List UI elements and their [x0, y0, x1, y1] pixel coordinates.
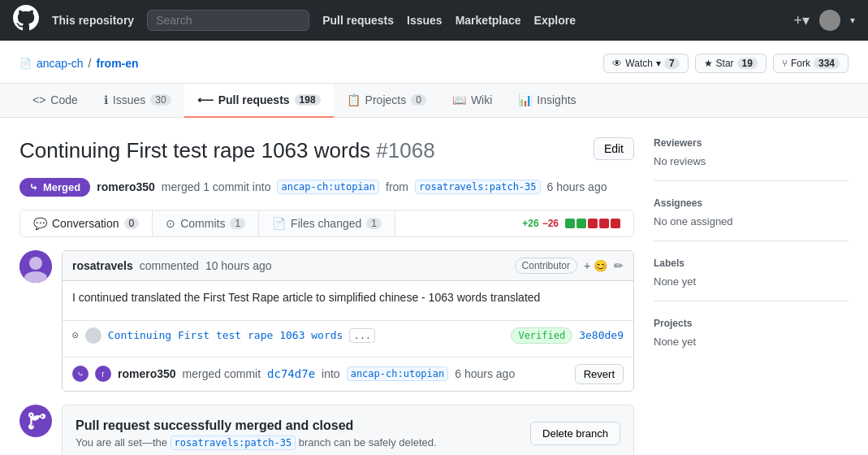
- merge-success: Pull request successfully merged and clo…: [19, 405, 634, 455]
- delete-branch-name[interactable]: rosatravels:patch-35: [171, 436, 296, 450]
- edit-button[interactable]: Edit: [594, 137, 634, 160]
- repo-name[interactable]: from-en: [96, 57, 138, 70]
- tab-pull-requests[interactable]: ⟵ Pull requests 198: [184, 84, 334, 118]
- nav-marketplace[interactable]: Marketplace: [456, 14, 521, 27]
- tab-projects[interactable]: 📋 Projects 0: [334, 84, 439, 118]
- star-button[interactable]: ★ Star 19: [695, 54, 767, 73]
- pr-tab-commits[interactable]: ⊙ Commits 1: [153, 210, 259, 236]
- diff-remove: −26: [542, 218, 559, 229]
- merged-branch[interactable]: ancap-ch:utopian: [347, 366, 449, 381]
- contributor-badge: Contributor: [515, 258, 577, 274]
- source-branch[interactable]: rosatravels:patch-35: [415, 180, 541, 194]
- content-left: Continuing First test rape 1063 words #1…: [19, 137, 634, 455]
- reviewers-label: Reviewers: [654, 137, 849, 149]
- comment-action: commented: [140, 259, 199, 272]
- pr-count: 198: [295, 94, 321, 106]
- diff-block-5: [611, 219, 620, 228]
- nav-issues[interactable]: Issues: [407, 14, 443, 27]
- github-logo[interactable]: [13, 5, 39, 36]
- comment-header-actions: + 😊 ✏: [584, 259, 624, 272]
- edit-comment-icon[interactable]: ✏: [614, 259, 624, 272]
- merged-author[interactable]: romero350: [118, 367, 176, 380]
- issues-icon: ℹ: [104, 93, 108, 106]
- tab-issues[interactable]: ℹ Issues 30: [91, 84, 184, 118]
- wiki-icon: 📖: [452, 93, 466, 106]
- tab-wiki-label: Wiki: [471, 93, 492, 106]
- diff-block-1: [565, 219, 575, 228]
- watch-chevron: ▾: [656, 58, 661, 69]
- comment-text: I continued translated the First Test Ra…: [72, 291, 624, 304]
- comment-box: rosatravels commented 10 hours ago Contr…: [62, 250, 634, 392]
- avatar[interactable]: [819, 10, 840, 31]
- pr-tab-conversation[interactable]: 💬 Conversation 0: [20, 210, 153, 236]
- tab-code[interactable]: <> Code: [19, 84, 91, 118]
- commit-msg[interactable]: Continuing First test rape 1063 words: [108, 329, 343, 341]
- merge-success-title: Pull request successfully merged and clo…: [76, 418, 437, 433]
- fork-button[interactable]: ⑂ Fork 334: [773, 54, 849, 73]
- pr-icon: ⟵: [197, 93, 214, 106]
- fork-label: Fork: [791, 58, 810, 69]
- breadcrumb: 📄 ancap-ch / from-en: [19, 57, 139, 80]
- merge-icon-small: ⤷: [29, 181, 38, 193]
- emoji-reaction-icon[interactable]: + 😊: [584, 259, 607, 272]
- labels-value: None yet: [654, 275, 849, 288]
- comment-header: rosatravels commented 10 hours ago Contr…: [63, 251, 633, 281]
- assignees-label: Assignees: [654, 197, 849, 209]
- verified-badge: Verified: [511, 327, 572, 344]
- tab-issues-label: Issues: [113, 93, 145, 106]
- pr-tab-files[interactable]: 📄 Files changed 1: [259, 210, 395, 236]
- projects-icon: 📋: [347, 93, 361, 106]
- comment-author[interactable]: rosatravels: [72, 259, 133, 272]
- tab-insights[interactable]: 📊 Insights: [505, 84, 589, 118]
- merge-success-icon: [19, 405, 52, 437]
- svg-point-1: [29, 257, 42, 270]
- merged-action: merged commit: [183, 367, 261, 380]
- pr-title: Continuing First test rape 1063 words #1…: [19, 137, 435, 165]
- diff-stats: +26 −26: [509, 211, 633, 236]
- pr-meta: ⤷ Merged romero350 merged 1 commit into …: [19, 178, 634, 197]
- fork-count: 334: [814, 58, 840, 69]
- merged-hash[interactable]: dc74d7e: [267, 367, 315, 380]
- new-item-button[interactable]: +▾: [793, 11, 810, 29]
- commit-expand-button[interactable]: ...: [349, 328, 375, 343]
- sidebar-assignees: Assignees No one assigned: [654, 197, 849, 241]
- files-icon: 📄: [272, 217, 286, 230]
- commits-label: Commits: [180, 217, 225, 230]
- comment-avatar: [19, 250, 52, 283]
- commits-icon: ⊙: [166, 217, 175, 230]
- tab-pr-label: Pull requests: [218, 93, 290, 106]
- fork-icon: ⑂: [782, 58, 788, 69]
- delete-branch-button[interactable]: Delete branch: [530, 422, 620, 445]
- watch-button[interactable]: 👁 Watch ▾ 7: [603, 54, 688, 73]
- diff-blocks: [565, 219, 620, 228]
- repo-slash: /: [89, 57, 92, 70]
- avatar-chevron[interactable]: ▾: [850, 15, 855, 26]
- nav-tabs: <> Code ℹ Issues 30 ⟵ Pull requests 198 …: [0, 84, 868, 118]
- projects-label: Projects: [654, 318, 849, 329]
- issues-count: 30: [150, 94, 171, 106]
- target-branch[interactable]: ancap-ch:utopian: [277, 180, 379, 194]
- commit-hash[interactable]: 3e80de9: [579, 329, 624, 341]
- merged-commit: ⤷ r romero350 merged commit dc74d7e into…: [63, 357, 633, 391]
- pr-tabs: 💬 Conversation 0 ⊙ Commits 1 📄 Files cha…: [19, 210, 634, 237]
- revert-button[interactable]: Revert: [575, 364, 624, 384]
- eye-icon: 👁: [612, 58, 622, 69]
- merge-success-text: Pull request successfully merged and clo…: [76, 418, 437, 448]
- diff-block-3: [588, 219, 598, 228]
- search-placeholder: Search: [156, 14, 192, 27]
- pr-author[interactable]: romero350: [97, 180, 155, 193]
- nav-pull-requests[interactable]: Pull requests: [322, 14, 394, 27]
- nav-explore[interactable]: Explore: [534, 14, 576, 27]
- search-input[interactable]: Search: [147, 10, 309, 31]
- repo-actions: 👁 Watch ▾ 7 ★ Star 19 ⑂ Fork 334: [603, 54, 849, 83]
- watch-count: 7: [664, 58, 680, 69]
- reviewers-value: No reviews: [654, 155, 849, 167]
- comment-body: I continued translated the First Test Ra…: [63, 281, 633, 314]
- assignees-value: No one assigned: [654, 215, 849, 228]
- tab-wiki[interactable]: 📖 Wiki: [439, 84, 505, 118]
- diff-block-4: [599, 219, 609, 228]
- repo-owner[interactable]: ancap-ch: [37, 57, 84, 70]
- star-count: 19: [737, 58, 758, 69]
- merge-timeline-icon: ⤷: [72, 366, 89, 382]
- this-repository-label[interactable]: This repository: [52, 14, 134, 27]
